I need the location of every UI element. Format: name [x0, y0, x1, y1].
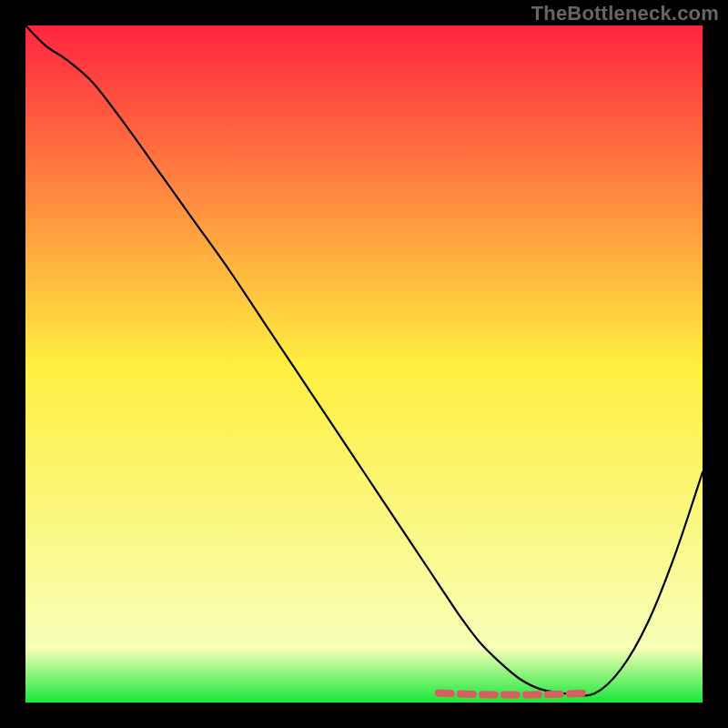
chart-frame: TheBottleneck.com — [0, 0, 728, 728]
watermark-text: TheBottleneck.com — [531, 2, 719, 25]
chart-svg — [25, 25, 703, 703]
